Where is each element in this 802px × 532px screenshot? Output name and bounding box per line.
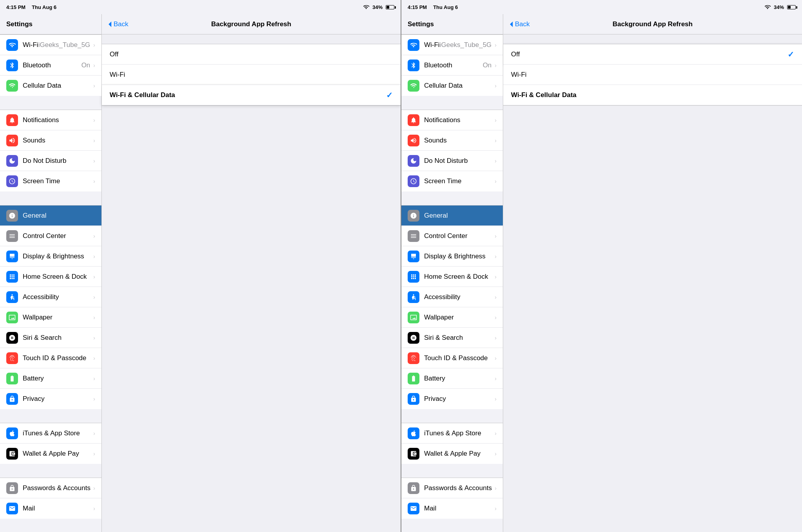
sidebar-item-label: Home Screen & Dock — [424, 273, 495, 281]
bluetooth-icon — [408, 60, 419, 71]
battery-icon — [408, 373, 419, 384]
checkmark-icon: ✓ — [386, 90, 393, 100]
content-panel: BackBackground App RefreshOff✓Wi-FiWi-Fi… — [503, 14, 802, 532]
chevron-icon: › — [93, 62, 95, 69]
controlcenter-icon — [408, 230, 419, 242]
sidebar-item-label: General — [424, 212, 497, 220]
sidebar-item-passwordsaccounts[interactable]: Passwords & Accounts› — [401, 478, 503, 498]
chevron-icon: › — [93, 83, 95, 89]
chevron-icon: › — [495, 505, 497, 512]
chevron-icon: › — [93, 117, 95, 123]
sidebar-item-touchid[interactable]: Touch ID & Passcode› — [0, 348, 101, 368]
sidebar-item-value: iGeeks_Tube_5G — [440, 41, 492, 49]
sidebar-item-screentime[interactable]: Screen Time› — [0, 171, 101, 191]
appstore-icon — [408, 427, 419, 439]
sidebar-item-accessibility[interactable]: Accessibility› — [401, 287, 503, 307]
controlcenter-icon — [6, 230, 18, 242]
chevron-icon: › — [93, 274, 95, 280]
sidebar-item-controlcenter[interactable]: Control Center› — [0, 226, 101, 246]
sidebar-item-cellular[interactable]: Cellular Data› — [401, 76, 503, 96]
sidebar-item-screentime[interactable]: Screen Time› — [401, 171, 503, 191]
sidebar-item-battery[interactable]: Battery› — [401, 368, 503, 389]
sidebar-item-cellular[interactable]: Cellular Data› — [0, 76, 101, 96]
sidebar-item-controlcenter[interactable]: Control Center› — [401, 226, 503, 246]
sidebar-item-notifications[interactable]: Notifications› — [0, 110, 101, 130]
homescreen-icon — [6, 271, 18, 283]
status-battery: 34% — [372, 4, 383, 10]
option-row-wifi-cellular[interactable]: Wi-Fi & Cellular Data✓ — [102, 85, 401, 105]
chevron-icon: › — [495, 355, 497, 361]
sidebar-item-label: Passwords & Accounts — [23, 484, 93, 492]
sidebar-item-notifications[interactable]: Notifications› — [401, 110, 503, 130]
sidebar-item-donotdisturb[interactable]: Do Not Disturb› — [401, 151, 503, 171]
sidebar-item-walletapplepay[interactable]: Wallet & Apple Pay› — [0, 444, 101, 464]
back-button[interactable]: Back — [509, 20, 530, 28]
sidebar-item-wifi[interactable]: Wi-FiiGeeks_Tube_5G› — [0, 35, 101, 55]
sidebar-item-wifi[interactable]: Wi-FiiGeeks_Tube_5G› — [401, 35, 503, 55]
sidebar-item-sirisearch[interactable]: Siri & Search› — [0, 328, 101, 348]
display-icon — [408, 251, 419, 262]
option-row-wifi[interactable]: Wi-Fi — [102, 65, 401, 85]
chevron-icon: › — [93, 430, 95, 436]
battery-icon — [386, 5, 394, 9]
sidebar-item-touchid[interactable]: Touch ID & Passcode› — [401, 348, 503, 368]
accessibility-icon — [408, 291, 419, 303]
sidebar-item-label: Wallpaper — [23, 314, 93, 321]
sidebar-item-mail[interactable]: Mail› — [0, 498, 101, 519]
sidebar-item-value: On — [483, 61, 492, 69]
sidebar-item-displaybrightness[interactable]: Display & Brightness› — [401, 246, 503, 267]
sidebar-item-displaybrightness[interactable]: Display & Brightness› — [0, 246, 101, 267]
sidebar-item-label: Display & Brightness — [23, 252, 93, 260]
options-area: Off✓Wi-FiWi-Fi & Cellular Data — [503, 34, 802, 532]
sidebar-item-wallpaper[interactable]: Wallpaper› — [401, 307, 503, 328]
sidebar-item-donotdisturb[interactable]: Do Not Disturb› — [0, 151, 101, 171]
back-button[interactable]: Back — [108, 20, 128, 28]
sidebar-item-battery[interactable]: Battery› — [0, 368, 101, 389]
sidebar-item-homescreen[interactable]: Home Screen & Dock› — [401, 267, 503, 287]
sidebar-item-label: Cellular Data — [424, 82, 495, 90]
option-row-off[interactable]: Off — [102, 44, 401, 65]
sidebar-item-general[interactable]: General — [401, 206, 503, 226]
sidebar-item-privacy[interactable]: Privacy› — [401, 389, 503, 409]
chevron-icon: › — [93, 137, 95, 144]
option-row-wifi[interactable]: Wi-Fi — [503, 65, 802, 85]
sidebar-item-homescreen[interactable]: Home Screen & Dock› — [0, 267, 101, 287]
mail-icon — [408, 503, 419, 514]
sidebar-item-mail[interactable]: Mail› — [401, 498, 503, 519]
sidebar-item-label: Sounds — [23, 137, 93, 144]
general-icon — [6, 210, 18, 222]
option-list: Off✓Wi-FiWi-Fi & Cellular Data — [503, 44, 802, 106]
chevron-icon: › — [93, 253, 95, 260]
option-row-off[interactable]: Off✓ — [503, 44, 802, 65]
screentime-icon — [408, 175, 419, 187]
sidebar-item-itunesappstore[interactable]: iTunes & App Store› — [0, 423, 101, 444]
sidebar-item-label: Display & Brightness — [424, 252, 495, 260]
svg-point-1 — [413, 294, 414, 295]
chevron-icon: › — [495, 233, 497, 239]
sidebar-item-sounds[interactable]: Sounds› — [0, 130, 101, 151]
sidebar-title: Settings — [408, 20, 434, 28]
sidebar-item-bluetooth[interactable]: BluetoothOn› — [401, 55, 503, 76]
settings-sidebar: SettingsWi-FiiGeeks_Tube_5G›BluetoothOn›… — [401, 14, 503, 532]
chevron-icon: › — [93, 233, 95, 239]
sounds-icon — [6, 135, 18, 146]
sidebar-item-label: Wallpaper — [424, 314, 495, 321]
sidebar-item-accessibility[interactable]: Accessibility› — [0, 287, 101, 307]
option-row-wifi-cellular[interactable]: Wi-Fi & Cellular Data — [503, 85, 802, 105]
sidebar-item-wallpaper[interactable]: Wallpaper› — [0, 307, 101, 328]
sidebar-item-privacy[interactable]: Privacy› — [0, 389, 101, 409]
sidebar-item-itunesappstore[interactable]: iTunes & App Store› — [401, 423, 503, 444]
sidebar-item-general[interactable]: General — [0, 206, 101, 226]
sidebar-item-passwordsaccounts[interactable]: Passwords & Accounts› — [0, 478, 101, 498]
sidebar-item-bluetooth[interactable]: BluetoothOn› — [0, 55, 101, 76]
battery-icon — [787, 5, 796, 9]
sidebar-item-label: Wallet & Apple Pay — [23, 450, 93, 458]
chevron-icon: › — [93, 335, 95, 341]
wifi-icon — [6, 39, 18, 51]
sidebar-item-sounds[interactable]: Sounds› — [401, 130, 503, 151]
sidebar-item-walletapplepay[interactable]: Wallet & Apple Pay› — [401, 444, 503, 464]
chevron-icon: › — [495, 42, 497, 48]
option-label: Wi-Fi — [511, 71, 794, 79]
sidebar-item-sirisearch[interactable]: Siri & Search› — [401, 328, 503, 348]
accessibility-icon — [6, 291, 18, 303]
